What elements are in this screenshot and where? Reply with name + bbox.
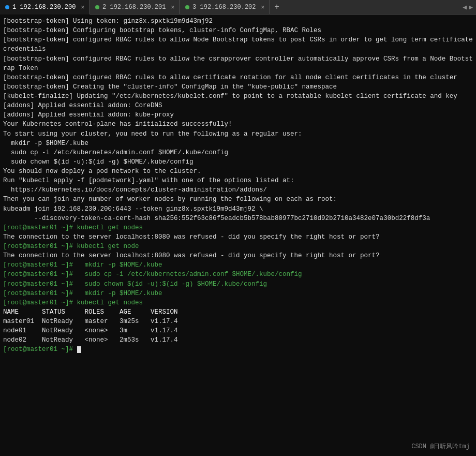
terminal-cursor (77, 346, 81, 353)
terminal-line: [bootstrap-token] Using token: ginz8x.sp… (3, 17, 473, 26)
terminal-line: [root@master01 ~]# sudo cp -i /etc/kuber… (3, 270, 473, 279)
terminal-line: [addons] Applied essential addon: CoreDN… (3, 101, 473, 110)
terminal-line: The connection to the server localhost:8… (3, 251, 473, 260)
tab-3[interactable]: 3 192.168.230.202 ✕ (180, 0, 270, 14)
terminal-line: [bootstrap-token] Creating the "cluster-… (3, 82, 473, 92)
tab-1-label: 1 192.168.230.200 (12, 4, 76, 11)
terminal-line: [root@master01 ~]# sudo chown $(id -u):$… (3, 280, 473, 289)
tab-bar: 1 192.168.230.200 ✕ 2 192.168.230.201 ✕ … (0, 0, 476, 14)
terminal-window[interactable]: [bootstrap-token] Using token: ginz8x.sp… (0, 14, 476, 456)
terminal-line: [root@master01 ~]# mkdir -p $HOME/.kube (3, 289, 473, 298)
terminal-line: [root@master01 ~]# kubectl get nodes (3, 223, 473, 232)
tab-2-close[interactable]: ✕ (171, 4, 174, 10)
terminal-line: [root@master01 ~]# (3, 345, 473, 354)
terminal-line: sudo chown $(id -u):$(id -g) $HOME/.kube… (3, 157, 473, 167)
terminal-line: [root@master01 ~]# mkdir -p $HOME/.kube (3, 260, 473, 270)
terminal-line: [root@master01 ~]# kubectl get node (3, 242, 473, 251)
terminal-line: [bootstrap-token] configured RBAC rules … (3, 35, 473, 54)
terminal-line: https://kubernetes.io/docs/concepts/clus… (3, 185, 473, 195)
tab-3-label: 3 192.168.230.202 (192, 4, 256, 11)
terminal-line: node01 NotReady <none> 3m v1.17.4 (3, 326, 473, 335)
terminal-line: [bootstrap-token] Configuring bootstrap … (3, 26, 473, 35)
tab-1[interactable]: 1 192.168.230.200 ✕ (0, 0, 90, 14)
tab-nav-right[interactable]: ▶ (469, 3, 473, 11)
new-tab-button[interactable]: + (270, 3, 284, 12)
tab-2[interactable]: 2 192.168.230.201 ✕ (90, 0, 180, 14)
terminal-line: Then you can join any number of worker n… (3, 195, 473, 204)
tab-3-close[interactable]: ✕ (261, 4, 265, 10)
tab-3-dot (185, 5, 189, 9)
terminal-line: kubeadm join 192.168.230.200:6443 --toke… (3, 204, 473, 214)
terminal-line: Run "kubectl apply -f [podnetwork].yaml"… (3, 176, 473, 185)
terminal-line: Your Kubernetes control-plane has initia… (3, 120, 473, 129)
tab-1-dot (5, 5, 9, 9)
tab-nav-arrows: ◀ ▶ (459, 3, 476, 11)
terminal-line: To start using your cluster, you need to… (3, 129, 473, 139)
terminal-line: The connection to the server localhost:8… (3, 232, 473, 242)
terminal-line: master01 NotReady master 3m25s v1.17.4 (3, 317, 473, 326)
terminal-line: [kubelet-finalize] Updating "/etc/kubern… (3, 92, 473, 101)
terminal-line: [bootstrap-token] configured RBAC rules … (3, 54, 473, 73)
terminal-line: You should now deploy a pod network to t… (3, 167, 473, 176)
terminal-line: [bootstrap-token] configured RBAC rules … (3, 73, 473, 82)
terminal-line: [addons] Applied essential addon: kube-p… (3, 110, 473, 120)
terminal-line: [root@master01 ~]# kubectl get nodes (3, 298, 473, 307)
terminal-line: node02 NotReady <none> 2m53s v1.17.4 (3, 335, 473, 345)
tab-nav-left[interactable]: ◀ (463, 3, 467, 11)
terminal-line: --discovery-token-ca-cert-hash sha256:55… (3, 214, 473, 223)
tab-2-dot (95, 5, 99, 9)
terminal-line: sudo cp -i /etc/kubernetes/admin.conf $H… (3, 148, 473, 157)
tab-1-close[interactable]: ✕ (81, 4, 84, 10)
terminal-line: mkdir -p $HOME/.kube (3, 139, 473, 148)
tab-2-label: 2 192.168.230.201 (102, 4, 166, 11)
terminal-line: NAME STATUS ROLES AGE VERSION (3, 307, 473, 317)
